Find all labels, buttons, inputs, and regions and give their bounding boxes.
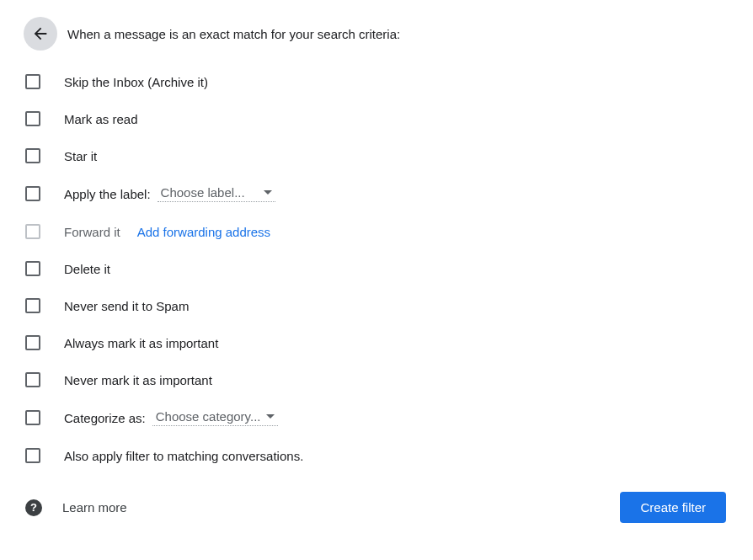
label-also-apply: Also apply filter to matching conversati… <box>64 449 303 463</box>
label-always-important: Always mark it as important <box>64 336 218 350</box>
label-skip-inbox: Skip the Inbox (Archive it) <box>64 75 208 89</box>
checkbox-never-spam[interactable] <box>25 298 40 313</box>
checkbox-forward-it[interactable] <box>25 224 40 239</box>
dropdown-choose-label-text: Choose label... <box>161 185 245 200</box>
option-skip-inbox: Skip the Inbox (Archive it) <box>24 74 729 89</box>
option-delete-it: Delete it <box>24 261 729 276</box>
checkbox-mark-read[interactable] <box>25 111 40 126</box>
checkbox-always-important[interactable] <box>25 335 40 350</box>
arrow-left-icon <box>31 24 50 43</box>
option-mark-read: Mark as read <box>24 111 729 126</box>
option-apply-label: Apply the label: Choose label... <box>24 185 729 202</box>
footer-left: ? Learn more <box>25 499 127 516</box>
label-never-important: Never mark it as important <box>64 373 212 387</box>
label-delete-it: Delete it <box>64 262 110 276</box>
option-star-it: Star it <box>24 148 729 163</box>
link-add-forwarding-address[interactable]: Add forwarding address <box>137 225 270 239</box>
checkbox-apply-label[interactable] <box>25 186 40 201</box>
header-text: When a message is an exact match for you… <box>67 27 400 41</box>
dropdown-choose-label[interactable]: Choose label... <box>158 185 275 202</box>
option-also-apply: Also apply filter to matching conversati… <box>24 448 729 463</box>
footer-row: ? Learn more Create filter <box>24 492 729 523</box>
chevron-down-icon <box>266 414 275 419</box>
checkbox-skip-inbox[interactable] <box>25 74 40 89</box>
create-filter-button[interactable]: Create filter <box>620 492 726 523</box>
option-forward-it: Forward it Add forwarding address <box>24 224 729 239</box>
checkbox-also-apply[interactable] <box>25 448 40 463</box>
option-never-spam: Never send it to Spam <box>24 298 729 313</box>
header-row: When a message is an exact match for you… <box>24 17 729 51</box>
label-star-it: Star it <box>64 149 97 163</box>
back-button[interactable] <box>24 17 57 51</box>
option-never-important: Never mark it as important <box>24 372 729 387</box>
checkbox-never-important[interactable] <box>25 372 40 387</box>
label-forward-it: Forward it <box>64 225 120 239</box>
label-categorize-as: Categorize as: <box>64 411 146 425</box>
checkbox-star-it[interactable] <box>25 148 40 163</box>
checkbox-categorize-as[interactable] <box>25 410 40 425</box>
dropdown-choose-category-text: Choose category... <box>156 409 261 424</box>
dropdown-choose-category[interactable]: Choose category... <box>152 409 278 426</box>
help-icon[interactable]: ? <box>25 499 42 516</box>
checkbox-delete-it[interactable] <box>25 261 40 276</box>
option-always-important: Always mark it as important <box>24 335 729 350</box>
label-never-spam: Never send it to Spam <box>64 299 189 313</box>
label-apply-label: Apply the label: <box>64 187 151 201</box>
label-mark-read: Mark as read <box>64 112 138 126</box>
learn-more-link[interactable]: Learn more <box>62 500 127 515</box>
chevron-down-icon <box>264 190 272 195</box>
option-categorize-as: Categorize as: Choose category... <box>24 409 729 426</box>
